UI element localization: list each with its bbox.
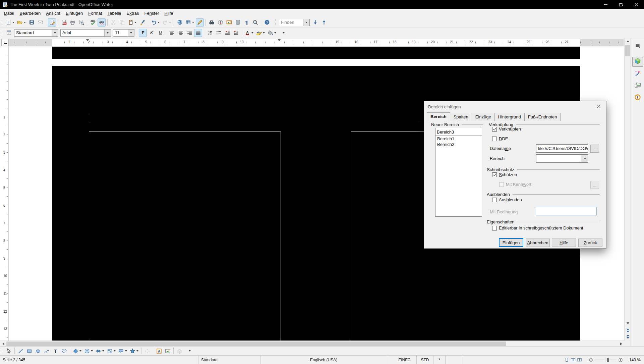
scroll-left-button[interactable]	[0, 341, 6, 347]
decrease-indent-button[interactable]	[223, 29, 231, 37]
section-list-item[interactable]: Bereich2	[435, 142, 482, 147]
vertical-scrollbar-thumb[interactable]	[625, 45, 630, 56]
zoom-out-button[interactable]	[589, 358, 593, 362]
bold-button[interactable]: F	[139, 29, 147, 37]
toolbar-grip[interactable]	[1, 19, 3, 26]
flowcharts-button[interactable]	[106, 347, 117, 355]
stars-button[interactable]	[129, 347, 139, 355]
restore-button[interactable]	[613, 0, 629, 9]
email-button[interactable]	[36, 18, 44, 27]
ellipse-button[interactable]	[34, 347, 42, 355]
help-button[interactable]: Hilfe	[552, 239, 576, 247]
scroll-right-button[interactable]	[618, 341, 624, 347]
font-name-combobox[interactable]: Arial	[60, 29, 111, 37]
menu-format[interactable]: Format	[85, 10, 105, 17]
align-right-button[interactable]	[185, 29, 193, 37]
font-name-dropdown[interactable]	[104, 30, 111, 36]
bullet-list-button[interactable]	[215, 29, 223, 37]
numbered-list-button[interactable]: 12	[206, 29, 214, 37]
zoom-in-button[interactable]	[618, 358, 623, 362]
statusbar-page-count[interactable]: Seite 2 / 345	[0, 356, 198, 364]
paragraph-style-dropdown[interactable]	[52, 30, 58, 36]
find-toolbar-grip[interactable]	[275, 19, 277, 26]
vertical-scrollbar[interactable]	[624, 38, 631, 341]
toolbar-grip[interactable]	[1, 30, 3, 36]
scroll-down-button[interactable]	[625, 320, 631, 326]
callouts-button[interactable]	[117, 347, 128, 355]
background-color-button[interactable]	[267, 29, 277, 37]
tab-einzuege[interactable]: Einzüge	[472, 113, 495, 121]
tab-hintergrund[interactable]: Hintergrund	[494, 113, 525, 121]
font-size-dropdown[interactable]	[128, 30, 134, 36]
sidebar-navigator-panel-button[interactable]	[632, 93, 643, 103]
navigator-button[interactable]	[216, 18, 224, 27]
sidebar-gallery-panel-button[interactable]	[632, 81, 643, 91]
zoom-slider-thumb[interactable]	[607, 358, 609, 362]
view-single-page-button[interactable]	[564, 357, 569, 362]
find-replace-button[interactable]	[208, 18, 216, 27]
previous-page-button[interactable]	[625, 327, 631, 333]
link-checkbox[interactable]: Verknüpfen	[492, 126, 521, 132]
section-dropdown-button[interactable]	[581, 155, 588, 162]
cancel-button[interactable]: Abbrechen	[526, 239, 550, 247]
sidebar-sidebar-settings-button[interactable]	[632, 41, 643, 51]
protect-checkbox[interactable]: Schützen	[492, 172, 517, 177]
dde-checkbox[interactable]: DDE	[492, 136, 508, 141]
justify-button[interactable]	[194, 29, 202, 37]
section-combobox[interactable]	[536, 154, 588, 163]
find-combobox[interactable]: Finden	[279, 19, 310, 26]
view-multiple-pages-button[interactable]	[571, 357, 576, 362]
align-center-button[interactable]	[177, 29, 185, 37]
statusbar-language[interactable]: Englisch (USA)	[260, 356, 387, 364]
hyperlink-button[interactable]	[176, 18, 184, 27]
zoom-slider-track[interactable]	[595, 360, 617, 360]
print-button[interactable]	[68, 18, 76, 27]
styles-window-button[interactable]	[5, 29, 13, 37]
toolbar-grip[interactable]	[1, 348, 3, 354]
callout-button[interactable]	[60, 347, 68, 355]
tab-stop-selector[interactable]	[1, 39, 9, 46]
tab-bereich[interactable]: Bereich	[427, 112, 450, 121]
statusbar-modified-flag[interactable]: *	[433, 356, 446, 364]
increase-indent-button[interactable]	[232, 29, 240, 37]
auto-spellcheck-button[interactable]: ABC	[98, 18, 106, 27]
minimize-button[interactable]	[598, 0, 613, 9]
highlighting-button[interactable]: ab	[255, 29, 266, 37]
insert-button[interactable]: Einfügen	[499, 238, 523, 247]
menu-extras[interactable]: Extras	[124, 10, 142, 17]
help-button[interactable]: ?	[263, 18, 271, 27]
condition-input[interactable]	[536, 207, 597, 215]
open-button[interactable]	[16, 18, 27, 27]
statusbar-insert-mode[interactable]: EINFG	[393, 356, 417, 364]
view-book-mode-button[interactable]	[577, 357, 582, 362]
format-paintbrush-button[interactable]	[138, 18, 146, 27]
select-button[interactable]	[5, 347, 13, 355]
indent-marker[interactable]	[278, 39, 281, 41]
from-file-button[interactable]	[164, 347, 172, 355]
basic-shapes-button[interactable]	[72, 347, 82, 355]
tab-spalten[interactable]: Spalten	[450, 113, 472, 121]
data-sources-button[interactable]	[234, 18, 242, 27]
underline-button[interactable]: U	[156, 29, 164, 37]
font-color-button[interactable]: A	[244, 29, 254, 37]
toolbar-overflow-button[interactable]	[279, 29, 287, 37]
dialog-titlebar[interactable]: Bereich einfügen	[424, 101, 606, 112]
filename-input[interactable]: file:///C:/Users/DIVID/DOWN	[536, 144, 588, 153]
spellcheck-button[interactable]: ABC	[89, 18, 97, 27]
dialog-close-button[interactable]	[591, 101, 606, 111]
vertical-ruler[interactable]: 12345678910111213	[2, 47, 9, 341]
edit-file-button[interactable]	[48, 18, 56, 27]
menu-tabelle[interactable]: Tabelle	[105, 10, 124, 17]
formatting-marks-button[interactable]: ¶	[242, 18, 250, 27]
section-list[interactable]: Bereich1Bereich2	[435, 136, 482, 217]
find-input[interactable]: Finden	[279, 19, 303, 26]
freeform-line-button[interactable]	[43, 347, 51, 355]
menu-einfgen[interactable]: Einfügen	[63, 10, 85, 17]
statusbar-zoom-value[interactable]: 140 %	[626, 356, 644, 364]
find-down-button[interactable]	[311, 18, 319, 27]
tab-fussendnoten[interactable]: Fuß-/Endnoten	[524, 113, 561, 121]
italic-button[interactable]: K	[148, 29, 156, 37]
scroll-up-button[interactable]	[625, 38, 631, 44]
previous-page-bottom[interactable]	[52, 47, 580, 59]
sidebar-styles-button[interactable]	[632, 69, 643, 79]
